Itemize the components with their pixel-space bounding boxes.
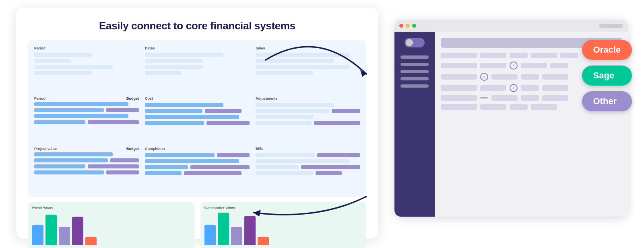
bar-purple-light [59, 227, 70, 245]
ss-label-period: Period [34, 46, 139, 50]
ss-label-period2: Period [34, 96, 45, 100]
bar-purple-dark [72, 217, 83, 245]
spreadsheet-area: Period Dates [28, 40, 366, 197]
ss-section-completion: Completion [145, 147, 250, 191]
bar2-purple-light [231, 227, 242, 245]
titlebar-dot-yellow [406, 24, 410, 28]
table-cell [521, 85, 539, 91]
ss-section-project-budget: Project value Budget [34, 147, 139, 191]
check-icon: ✓ [510, 84, 518, 92]
table-cell [441, 85, 477, 91]
table-cell [441, 74, 477, 80]
table-cell [542, 74, 568, 80]
table-cell [550, 63, 568, 68]
ss-section-period-header: Period [34, 46, 139, 90]
table-cell [491, 74, 518, 80]
chart-cumulative-bars [204, 213, 363, 245]
table-cell [542, 85, 568, 91]
bar2-green [218, 213, 229, 245]
titlebar-dot-green [412, 24, 416, 28]
bar-blue [32, 225, 43, 245]
table-cell [560, 53, 578, 58]
ss-section-dates-header: Dates [145, 46, 250, 90]
sidebar-menu-item-2[interactable] [400, 63, 429, 66]
main-container: Easily connect to core financial systems… [16, 8, 628, 241]
sidebar-menu-item-3[interactable] [400, 70, 429, 73]
ss-label-adjustments: Adjustments [256, 96, 360, 100]
table-cell [441, 104, 477, 110]
sidebar-toggle[interactable] [405, 38, 425, 47]
check-icon: ✓ [510, 61, 518, 70]
chart-cumulative-title: Cummulative Values [204, 206, 363, 209]
table-cell [510, 53, 528, 58]
ss-section-period-budget: Period Budget [34, 96, 139, 141]
titlebar-pill [599, 24, 623, 28]
table-cell [441, 63, 477, 68]
main-title: Easily connect to core financial systems [28, 20, 366, 32]
left-card: Easily connect to core financial systems… [16, 8, 378, 239]
table-cell [480, 104, 506, 110]
check-icon: ✓ [480, 73, 488, 81]
bar2-purple-dark [244, 216, 256, 245]
sidebar-menu-item-5[interactable] [400, 84, 429, 88]
ss-label-budget2: Budget [126, 147, 139, 151]
bar-green [45, 215, 57, 245]
spreadsheet-grid: Period Dates [34, 46, 360, 191]
table-cell [521, 63, 547, 68]
table-cell [441, 53, 477, 58]
table-cell [521, 95, 539, 101]
bar2-blue [204, 225, 216, 245]
ss-section-adjustments: Adjustments [256, 96, 360, 141]
chart-cumulative-values: Cummulative Values [200, 202, 367, 248]
table-cell [480, 63, 506, 68]
oracle-badge: Oracle [582, 40, 632, 60]
bar2-orange [258, 237, 269, 245]
titlebar-dot-red [399, 24, 403, 28]
ss-label-completion: Completion [145, 147, 250, 151]
chart-period-values: Period Values [28, 202, 194, 248]
sidebar-menu-item-4[interactable] [400, 77, 429, 80]
chart-period-bars [32, 213, 190, 245]
dash-cell [480, 97, 488, 98]
app-titlebar [394, 20, 628, 32]
chart-period-title: Period Values [32, 206, 190, 209]
ss-label-dates: Dates [145, 46, 250, 50]
ss-label-bills: Bills [256, 147, 360, 151]
table-cell [542, 95, 568, 101]
table-cell [510, 104, 528, 110]
toggle-knob [406, 39, 413, 46]
table-cell [441, 95, 477, 101]
ss-section-cost: Cost [145, 96, 250, 141]
app-sidebar [394, 32, 435, 217]
ss-label-budget: Budget [126, 96, 139, 100]
sidebar-menu-item-1[interactable] [400, 55, 429, 59]
ss-section-bills: Bills [256, 147, 360, 191]
sage-badge: Sage [582, 66, 632, 86]
table-cell [531, 53, 557, 58]
table-cell [480, 53, 506, 58]
other-badge: Other [582, 91, 632, 111]
table-cell [531, 104, 557, 110]
bar-orange [85, 237, 97, 245]
ss-section-sales-header: Sales [256, 46, 360, 90]
table-cell [480, 85, 506, 91]
ss-label-sales: Sales [256, 46, 360, 50]
ss-label-cost: Cost [145, 96, 250, 100]
ss-label-project-value: Project value [34, 147, 57, 151]
badges-container: Oracle Sage Other [582, 40, 632, 111]
table-cell [521, 74, 539, 80]
table-cell [491, 95, 518, 101]
charts-area: Period Values Cummulative Values [28, 202, 366, 248]
